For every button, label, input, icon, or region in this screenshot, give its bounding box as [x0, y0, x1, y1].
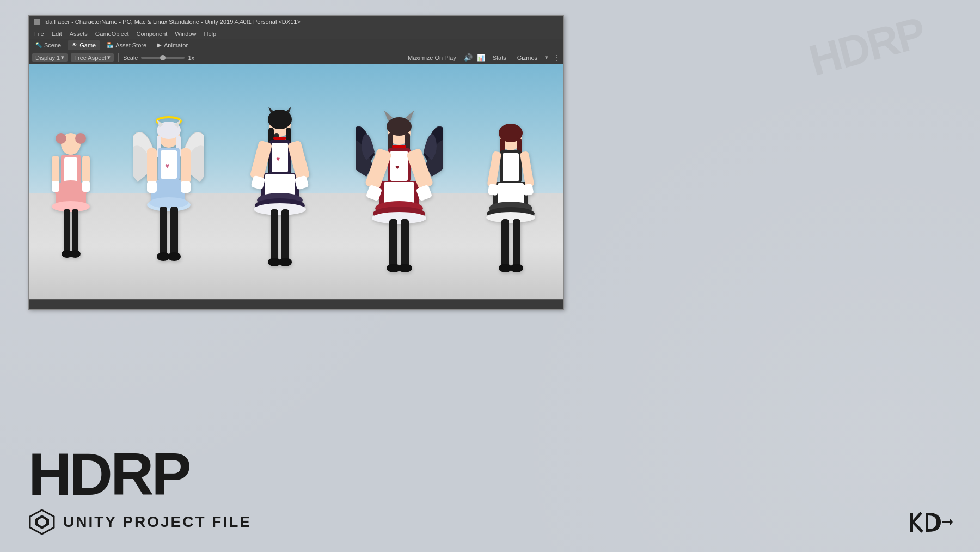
menu-window[interactable]: Window [171, 31, 199, 37]
tab-game-label: Game [79, 42, 96, 48]
tab-asset-store[interactable]: 🏪 Asset Store [102, 40, 151, 50]
tab-bar: 🔦 Scene 👁 Game 🏪 Asset Store ▶ Animator [29, 39, 564, 51]
tab-animator-label: Animator [164, 42, 188, 48]
menu-bar: File Edit Assets GameObject Component Wi… [29, 28, 564, 39]
svg-rect-90 [503, 153, 519, 181]
display-dropdown[interactable]: Display 1 ▾ [32, 53, 68, 62]
svg-rect-103 [522, 184, 534, 196]
unity-label-row: UNITY PROJECT FILE [28, 508, 252, 536]
svg-rect-30 [160, 207, 167, 256]
character-5 [483, 117, 538, 280]
title-bar-text: Ida Faber - CharacterName - PC, Mac & Li… [44, 19, 301, 25]
svg-rect-16 [82, 181, 90, 192]
svg-point-29 [149, 197, 188, 208]
scale-slider[interactable] [141, 57, 185, 59]
unity-editor-window: Ida Faber - CharacterName - PC, Mac & Li… [28, 15, 564, 310]
svg-rect-96 [501, 219, 509, 267]
svg-text:♥: ♥ [395, 163, 399, 171]
svg-point-80 [398, 264, 412, 272]
background-watermark: HDRP [804, 8, 930, 86]
svg-point-99 [510, 264, 523, 272]
svg-point-2 [56, 133, 66, 144]
svg-rect-77 [389, 219, 397, 267]
svg-rect-35 [181, 148, 191, 184]
aspect-dropdown[interactable]: Free Aspect ▾ [71, 53, 114, 62]
aspect-chevron: ▾ [107, 54, 111, 61]
hdrp-heading: HDRP [28, 444, 252, 504]
svg-rect-5 [64, 157, 77, 182]
tab-asset-label: Asset Store [115, 42, 146, 48]
menu-gameobject[interactable]: GameObject [92, 31, 132, 37]
character-4: ♥ [356, 106, 443, 280]
display-label: Display 1 [35, 54, 60, 61]
aspect-label: Free Aspect [74, 54, 106, 61]
svg-point-12 [70, 250, 81, 258]
svg-rect-0 [34, 19, 40, 25]
kd-logo-svg [909, 510, 953, 535]
svg-rect-45 [273, 137, 286, 140]
scene-icon: 🔦 [35, 42, 42, 48]
svg-point-41 [268, 110, 292, 129]
gizmos-chevron[interactable]: ▾ [545, 54, 548, 61]
svg-rect-14 [82, 156, 90, 183]
characters-area: ♥ [29, 80, 564, 280]
game-icon: 👁 [72, 42, 77, 48]
svg-point-76 [372, 212, 426, 224]
svg-point-57 [279, 258, 292, 266]
menu-file[interactable]: File [31, 31, 47, 37]
svg-rect-15 [52, 181, 59, 192]
unity-logo [28, 508, 56, 536]
stats-icon[interactable]: 📊 [477, 54, 485, 62]
gizmos-btn[interactable]: Gizmos [514, 54, 541, 62]
svg-rect-110 [926, 513, 928, 532]
menu-assets[interactable]: Assets [66, 31, 91, 37]
svg-line-109 [913, 522, 922, 532]
svg-point-33 [168, 252, 181, 261]
svg-rect-13 [52, 156, 59, 183]
viewport-bottom-bar [29, 299, 564, 309]
svg-rect-31 [170, 207, 178, 256]
asset-store-icon: 🏪 [107, 42, 113, 48]
character-1 [49, 128, 93, 280]
tab-game[interactable]: 👁 Game [68, 40, 100, 50]
menu-help[interactable]: Help [200, 31, 219, 37]
svg-rect-107 [910, 513, 913, 532]
svg-marker-112 [950, 518, 953, 526]
toolbar-bar: Display 1 ▾ Free Aspect ▾ Scale 1x Maxim… [29, 51, 564, 64]
svg-rect-97 [513, 219, 520, 267]
svg-point-95 [486, 212, 535, 223]
svg-text:♥: ♥ [165, 161, 169, 170]
svg-point-8 [52, 201, 90, 212]
toolbar-sep-1 [118, 53, 119, 62]
title-bar: Ida Faber - CharacterName - PC, Mac & Li… [29, 16, 564, 28]
svg-rect-36 [147, 181, 157, 193]
kd-logo [909, 510, 953, 537]
svg-rect-101 [519, 151, 534, 188]
audio-icon[interactable]: 🔊 [464, 53, 473, 62]
stats-btn[interactable]: Stats [489, 54, 510, 62]
lower-text-block: HDRP UNITY PROJECT FILE [28, 444, 252, 536]
svg-rect-54 [271, 209, 278, 261]
tab-animator[interactable]: ▶ Animator [153, 40, 192, 50]
svg-rect-10 [72, 209, 78, 253]
unity-project-label: UNITY PROJECT FILE [63, 513, 252, 531]
svg-text:♥: ♥ [276, 155, 280, 163]
svg-rect-34 [147, 148, 157, 184]
animator-icon: ▶ [157, 42, 162, 48]
character-2: ♥ [133, 111, 204, 280]
tab-scene[interactable]: 🔦 Scene [31, 40, 65, 50]
display-chevron: ▾ [61, 54, 64, 61]
menu-component[interactable]: Component [133, 31, 170, 37]
svg-point-3 [75, 133, 86, 144]
svg-rect-55 [281, 209, 289, 261]
svg-rect-9 [64, 209, 70, 253]
svg-rect-37 [181, 181, 191, 193]
svg-line-108 [913, 513, 921, 522]
game-viewport: ♥ [29, 64, 564, 299]
menu-edit[interactable]: Edit [48, 31, 65, 37]
svg-rect-78 [401, 219, 409, 267]
maximize-on-play-btn[interactable]: Maximize On Play [405, 54, 460, 62]
svg-rect-68 [392, 145, 406, 148]
more-options-icon[interactable]: ⋮ [553, 53, 560, 62]
svg-point-98 [499, 264, 512, 272]
